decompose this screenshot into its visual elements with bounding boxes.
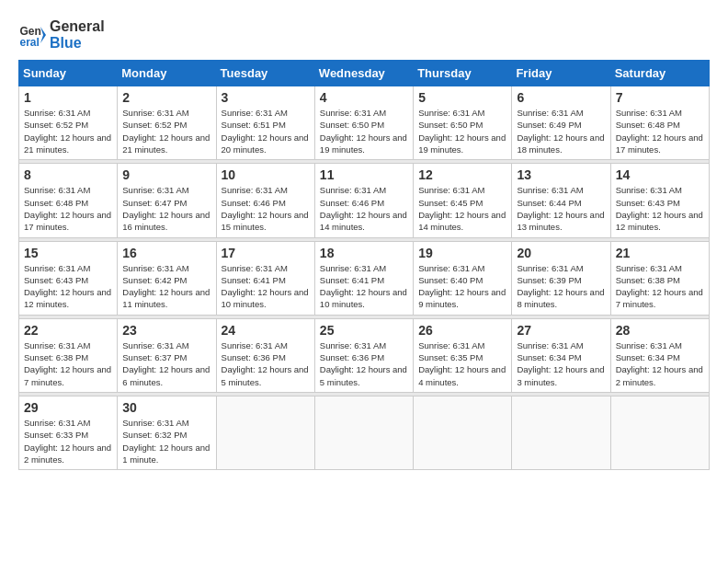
calendar-cell: 1Sunrise: 6:31 AMSunset: 6:52 PMDaylight… [19,86,118,160]
calendar-week-1: 1Sunrise: 6:31 AMSunset: 6:52 PMDaylight… [19,86,710,160]
day-number: 9 [122,167,210,182]
cell-info: Sunrise: 6:31 AMSunset: 6:48 PMDaylight:… [24,184,112,233]
cell-info: Sunrise: 6:31 AMSunset: 6:51 PMDaylight:… [222,107,310,155]
cell-info: Sunrise: 6:31 AMSunset: 6:41 PMDaylight:… [320,262,408,311]
cell-info: Sunrise: 6:31 AMSunset: 6:37 PMDaylight:… [122,339,210,388]
cell-info: Sunrise: 6:31 AMSunset: 6:50 PMDaylight:… [320,107,408,155]
calendar-cell [414,396,512,469]
day-number: 16 [122,246,210,260]
calendar-cell: 30Sunrise: 6:31 AMSunset: 6:32 PMDayligh… [118,396,216,469]
cell-info: Sunrise: 6:31 AMSunset: 6:36 PMDaylight:… [222,339,310,388]
calendar-cell: 23Sunrise: 6:31 AMSunset: 6:37 PMDayligh… [118,318,216,392]
day-number: 24 [222,323,310,338]
cell-info: Sunrise: 6:31 AMSunset: 6:35 PMDaylight:… [418,339,506,388]
logo-text-line1: General [50,18,105,35]
calendar-cell: 9Sunrise: 6:31 AMSunset: 6:47 PMDaylight… [118,164,216,237]
day-header-monday: Monday [118,61,216,86]
cell-info: Sunrise: 6:31 AMSunset: 6:46 PMDaylight:… [320,184,408,233]
day-number: 29 [24,400,112,415]
calendar-week-4: 22Sunrise: 6:31 AMSunset: 6:38 PMDayligh… [19,318,710,392]
calendar-cell: 2Sunrise: 6:31 AMSunset: 6:52 PMDaylight… [118,86,216,160]
day-header-thursday: Thursday [414,61,512,86]
day-number: 4 [320,90,408,105]
logo-text-line2: Blue [50,35,105,52]
cell-info: Sunrise: 6:31 AMSunset: 6:50 PMDaylight:… [418,107,506,155]
day-number: 3 [222,90,310,105]
cell-info: Sunrise: 6:31 AMSunset: 6:42 PMDaylight:… [122,262,210,311]
calendar-cell: 14Sunrise: 6:31 AMSunset: 6:43 PMDayligh… [610,164,709,237]
calendar-cell: 20Sunrise: 6:31 AMSunset: 6:39 PMDayligh… [512,241,610,315]
cell-info: Sunrise: 6:31 AMSunset: 6:52 PMDaylight:… [122,107,210,155]
calendar-cell: 11Sunrise: 6:31 AMSunset: 6:46 PMDayligh… [314,164,413,237]
calendar-cell: 18Sunrise: 6:31 AMSunset: 6:41 PMDayligh… [314,241,413,315]
day-number: 28 [616,323,704,338]
calendar-cell: 4Sunrise: 6:31 AMSunset: 6:50 PMDaylight… [314,86,413,160]
cell-info: Sunrise: 6:31 AMSunset: 6:38 PMDaylight:… [616,262,704,311]
calendar-cell: 8Sunrise: 6:31 AMSunset: 6:48 PMDaylight… [19,164,118,237]
day-number: 2 [122,90,210,105]
day-header-saturday: Saturday [610,61,709,86]
day-number: 27 [517,323,605,338]
header: Gen eral General Blue [18,18,710,51]
cell-info: Sunrise: 6:31 AMSunset: 6:41 PMDaylight:… [222,262,310,311]
day-number: 15 [24,246,112,260]
calendar-cell: 5Sunrise: 6:31 AMSunset: 6:50 PMDaylight… [414,86,512,160]
cell-info: Sunrise: 6:31 AMSunset: 6:46 PMDaylight:… [222,184,310,233]
calendar-header-row: SundayMondayTuesdayWednesdayThursdayFrid… [19,61,710,86]
day-number: 23 [122,323,210,338]
calendar-cell: 22Sunrise: 6:31 AMSunset: 6:38 PMDayligh… [19,318,118,392]
cell-info: Sunrise: 6:31 AMSunset: 6:47 PMDaylight:… [122,184,210,233]
day-number: 11 [320,167,408,182]
calendar-cell [512,396,610,469]
day-header-friday: Friday [512,61,610,86]
calendar-week-5: 29Sunrise: 6:31 AMSunset: 6:33 PMDayligh… [19,396,710,469]
cell-info: Sunrise: 6:31 AMSunset: 6:39 PMDaylight:… [517,262,605,311]
day-header-tuesday: Tuesday [216,61,314,86]
day-number: 22 [24,323,112,338]
calendar-week-3: 15Sunrise: 6:31 AMSunset: 6:43 PMDayligh… [19,241,710,315]
calendar-cell: 12Sunrise: 6:31 AMSunset: 6:45 PMDayligh… [414,164,512,237]
day-number: 26 [418,323,506,338]
calendar-cell [314,396,413,469]
calendar-cell: 13Sunrise: 6:31 AMSunset: 6:44 PMDayligh… [512,164,610,237]
calendar-cell: 26Sunrise: 6:31 AMSunset: 6:35 PMDayligh… [414,318,512,392]
cell-info: Sunrise: 6:31 AMSunset: 6:34 PMDaylight:… [517,339,605,388]
day-number: 30 [122,400,210,415]
day-header-sunday: Sunday [19,61,118,86]
calendar-cell: 19Sunrise: 6:31 AMSunset: 6:40 PMDayligh… [414,241,512,315]
calendar-cell: 6Sunrise: 6:31 AMSunset: 6:49 PMDaylight… [512,86,610,160]
day-number: 17 [222,246,310,260]
cell-info: Sunrise: 6:31 AMSunset: 6:38 PMDaylight:… [24,339,112,388]
calendar-cell: 24Sunrise: 6:31 AMSunset: 6:36 PMDayligh… [216,318,314,392]
day-number: 19 [418,246,506,260]
day-number: 21 [616,246,704,260]
calendar: SundayMondayTuesdayWednesdayThursdayFrid… [18,60,710,470]
cell-info: Sunrise: 6:31 AMSunset: 6:36 PMDaylight:… [320,339,408,388]
day-number: 10 [222,167,310,182]
day-number: 12 [418,167,506,182]
day-number: 20 [517,246,605,260]
calendar-cell: 28Sunrise: 6:31 AMSunset: 6:34 PMDayligh… [610,318,709,392]
calendar-cell: 7Sunrise: 6:31 AMSunset: 6:48 PMDaylight… [610,86,709,160]
cell-info: Sunrise: 6:31 AMSunset: 6:44 PMDaylight:… [517,184,605,233]
calendar-cell: 27Sunrise: 6:31 AMSunset: 6:34 PMDayligh… [512,318,610,392]
svg-marker-2 [40,27,46,43]
cell-info: Sunrise: 6:31 AMSunset: 6:40 PMDaylight:… [418,262,506,311]
calendar-cell: 21Sunrise: 6:31 AMSunset: 6:38 PMDayligh… [610,241,709,315]
day-number: 14 [616,167,704,182]
cell-info: Sunrise: 6:31 AMSunset: 6:52 PMDaylight:… [24,107,112,155]
calendar-cell: 29Sunrise: 6:31 AMSunset: 6:33 PMDayligh… [19,396,118,469]
svg-text:eral: eral [20,36,40,49]
day-number: 13 [517,167,605,182]
cell-info: Sunrise: 6:31 AMSunset: 6:34 PMDaylight:… [616,339,704,388]
cell-info: Sunrise: 6:31 AMSunset: 6:48 PMDaylight:… [616,107,704,155]
cell-info: Sunrise: 6:31 AMSunset: 6:43 PMDaylight:… [616,184,704,233]
day-number: 1 [24,90,112,105]
day-number: 6 [517,90,605,105]
day-number: 8 [24,167,112,182]
calendar-cell [610,396,709,469]
calendar-body: 1Sunrise: 6:31 AMSunset: 6:52 PMDaylight… [19,86,710,470]
logo-icon: Gen eral [18,21,46,49]
day-header-wednesday: Wednesday [314,61,413,86]
cell-info: Sunrise: 6:31 AMSunset: 6:33 PMDaylight:… [24,417,112,465]
